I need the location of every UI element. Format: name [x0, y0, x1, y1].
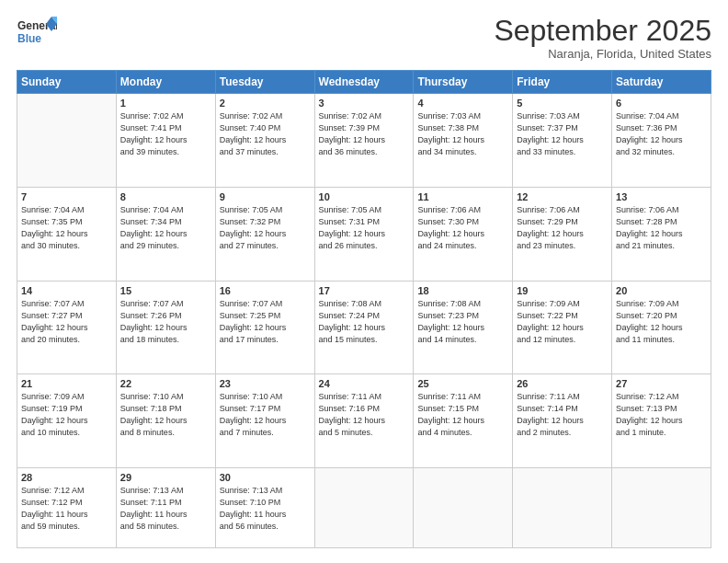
day-number: 16 [220, 285, 311, 296]
calendar-day-cell: 29Sunrise: 7:13 AM Sunset: 7:11 PM Dayli… [116, 468, 215, 548]
calendar-week-row: 1Sunrise: 7:02 AM Sunset: 7:41 PM Daylig… [17, 94, 711, 188]
day-info: Sunrise: 7:06 AM Sunset: 7:30 PM Dayligh… [417, 204, 508, 252]
day-info: Sunrise: 7:05 AM Sunset: 7:32 PM Dayligh… [220, 204, 311, 252]
day-number: 12 [517, 191, 608, 202]
calendar-week-row: 7Sunrise: 7:04 AM Sunset: 7:35 PM Daylig… [17, 187, 711, 281]
day-number: 23 [220, 378, 311, 389]
calendar-day-cell: 9Sunrise: 7:05 AM Sunset: 7:32 PM Daylig… [215, 187, 314, 281]
calendar-day-cell [513, 468, 612, 548]
calendar-header-cell: Tuesday [215, 71, 314, 94]
day-info: Sunrise: 7:04 AM Sunset: 7:36 PM Dayligh… [616, 110, 707, 158]
calendar-day-cell: 25Sunrise: 7:11 AM Sunset: 7:15 PM Dayli… [414, 374, 513, 468]
day-number: 2 [220, 98, 311, 109]
calendar-day-cell: 10Sunrise: 7:05 AM Sunset: 7:31 PM Dayli… [314, 187, 414, 281]
svg-text:Blue: Blue [17, 32, 41, 45]
calendar-day-cell: 5Sunrise: 7:03 AM Sunset: 7:37 PM Daylig… [513, 94, 612, 188]
day-info: Sunrise: 7:11 AM Sunset: 7:15 PM Dayligh… [417, 391, 508, 439]
day-info: Sunrise: 7:12 AM Sunset: 7:13 PM Dayligh… [616, 391, 707, 439]
location: Naranja, Florida, United States [494, 47, 711, 61]
day-number: 10 [319, 191, 410, 202]
day-number: 20 [616, 285, 707, 296]
calendar-day-cell: 20Sunrise: 7:09 AM Sunset: 7:20 PM Dayli… [612, 281, 711, 374]
day-number: 19 [517, 285, 608, 296]
calendar-table: SundayMondayTuesdayWednesdayThursdayFrid… [17, 70, 711, 548]
calendar-header-cell: Friday [513, 71, 612, 94]
day-number: 11 [417, 191, 508, 202]
day-info: Sunrise: 7:10 AM Sunset: 7:17 PM Dayligh… [220, 391, 311, 439]
calendar-day-cell: 6Sunrise: 7:04 AM Sunset: 7:36 PM Daylig… [612, 94, 711, 188]
day-info: Sunrise: 7:03 AM Sunset: 7:38 PM Dayligh… [417, 110, 508, 158]
calendar-day-cell [414, 468, 513, 548]
day-number: 13 [616, 191, 707, 202]
logo: General Blue [17, 15, 57, 52]
day-info: Sunrise: 7:02 AM Sunset: 7:39 PM Dayligh… [319, 110, 410, 158]
calendar-day-cell: 24Sunrise: 7:11 AM Sunset: 7:16 PM Dayli… [314, 374, 414, 468]
day-info: Sunrise: 7:06 AM Sunset: 7:28 PM Dayligh… [616, 204, 707, 252]
calendar-week-row: 21Sunrise: 7:09 AM Sunset: 7:19 PM Dayli… [17, 374, 711, 468]
day-number: 15 [120, 285, 211, 296]
day-info: Sunrise: 7:06 AM Sunset: 7:29 PM Dayligh… [517, 204, 608, 252]
calendar-day-cell: 13Sunrise: 7:06 AM Sunset: 7:28 PM Dayli… [612, 187, 711, 281]
calendar-day-cell: 1Sunrise: 7:02 AM Sunset: 7:41 PM Daylig… [116, 94, 215, 188]
calendar-day-cell: 28Sunrise: 7:12 AM Sunset: 7:12 PM Dayli… [17, 468, 117, 548]
day-number: 28 [21, 472, 112, 483]
day-number: 1 [120, 98, 211, 109]
calendar-day-cell: 11Sunrise: 7:06 AM Sunset: 7:30 PM Dayli… [414, 187, 513, 281]
calendar-day-cell: 30Sunrise: 7:13 AM Sunset: 7:10 PM Dayli… [215, 468, 314, 548]
page-header: General Blue September 2025 Naranja, Flo… [17, 15, 711, 61]
calendar-header-cell: Monday [116, 71, 215, 94]
calendar-day-cell [17, 94, 117, 188]
day-info: Sunrise: 7:13 AM Sunset: 7:10 PM Dayligh… [220, 485, 311, 533]
day-number: 30 [220, 472, 311, 483]
calendar-header-cell: Saturday [612, 71, 711, 94]
day-number: 9 [220, 191, 311, 202]
day-number: 21 [21, 378, 112, 389]
day-info: Sunrise: 7:04 AM Sunset: 7:35 PM Dayligh… [21, 204, 112, 252]
calendar-header-cell: Thursday [414, 71, 513, 94]
logo-svg: General Blue [17, 15, 57, 52]
calendar-day-cell: 19Sunrise: 7:09 AM Sunset: 7:22 PM Dayli… [513, 281, 612, 374]
title-block: September 2025 Naranja, Florida, United … [494, 15, 711, 61]
calendar-body: 1Sunrise: 7:02 AM Sunset: 7:41 PM Daylig… [17, 94, 711, 548]
day-info: Sunrise: 7:04 AM Sunset: 7:34 PM Dayligh… [120, 204, 211, 252]
day-info: Sunrise: 7:07 AM Sunset: 7:25 PM Dayligh… [220, 298, 311, 346]
day-info: Sunrise: 7:11 AM Sunset: 7:14 PM Dayligh… [517, 391, 608, 439]
day-info: Sunrise: 7:05 AM Sunset: 7:31 PM Dayligh… [319, 204, 410, 252]
calendar-header-cell: Sunday [17, 71, 117, 94]
calendar-day-cell: 8Sunrise: 7:04 AM Sunset: 7:34 PM Daylig… [116, 187, 215, 281]
day-number: 22 [120, 378, 211, 389]
day-info: Sunrise: 7:08 AM Sunset: 7:24 PM Dayligh… [319, 298, 410, 346]
calendar-week-row: 14Sunrise: 7:07 AM Sunset: 7:27 PM Dayli… [17, 281, 711, 374]
day-info: Sunrise: 7:08 AM Sunset: 7:23 PM Dayligh… [417, 298, 508, 346]
day-number: 6 [616, 98, 707, 109]
calendar-day-cell: 2Sunrise: 7:02 AM Sunset: 7:40 PM Daylig… [215, 94, 314, 188]
day-number: 27 [616, 378, 707, 389]
calendar-day-cell: 12Sunrise: 7:06 AM Sunset: 7:29 PM Dayli… [513, 187, 612, 281]
day-info: Sunrise: 7:12 AM Sunset: 7:12 PM Dayligh… [21, 485, 112, 533]
month-title: September 2025 [494, 15, 711, 47]
calendar-day-cell: 14Sunrise: 7:07 AM Sunset: 7:27 PM Dayli… [17, 281, 117, 374]
day-info: Sunrise: 7:02 AM Sunset: 7:41 PM Dayligh… [120, 110, 211, 158]
day-number: 4 [417, 98, 508, 109]
day-info: Sunrise: 7:10 AM Sunset: 7:18 PM Dayligh… [120, 391, 211, 439]
day-number: 7 [21, 191, 112, 202]
day-number: 26 [517, 378, 608, 389]
calendar-week-row: 28Sunrise: 7:12 AM Sunset: 7:12 PM Dayli… [17, 468, 711, 548]
calendar-day-cell: 22Sunrise: 7:10 AM Sunset: 7:18 PM Dayli… [116, 374, 215, 468]
calendar-day-cell [314, 468, 414, 548]
day-info: Sunrise: 7:13 AM Sunset: 7:11 PM Dayligh… [120, 485, 211, 533]
calendar-day-cell: 21Sunrise: 7:09 AM Sunset: 7:19 PM Dayli… [17, 374, 117, 468]
day-number: 25 [417, 378, 508, 389]
day-number: 5 [517, 98, 608, 109]
day-number: 29 [120, 472, 211, 483]
calendar-day-cell: 17Sunrise: 7:08 AM Sunset: 7:24 PM Dayli… [314, 281, 414, 374]
calendar-day-cell: 23Sunrise: 7:10 AM Sunset: 7:17 PM Dayli… [215, 374, 314, 468]
day-info: Sunrise: 7:07 AM Sunset: 7:27 PM Dayligh… [21, 298, 112, 346]
calendar-day-cell: 3Sunrise: 7:02 AM Sunset: 7:39 PM Daylig… [314, 94, 414, 188]
day-info: Sunrise: 7:11 AM Sunset: 7:16 PM Dayligh… [319, 391, 410, 439]
day-info: Sunrise: 7:02 AM Sunset: 7:40 PM Dayligh… [220, 110, 311, 158]
day-number: 24 [319, 378, 410, 389]
calendar-day-cell: 4Sunrise: 7:03 AM Sunset: 7:38 PM Daylig… [414, 94, 513, 188]
day-number: 3 [319, 98, 410, 109]
day-info: Sunrise: 7:09 AM Sunset: 7:19 PM Dayligh… [21, 391, 112, 439]
